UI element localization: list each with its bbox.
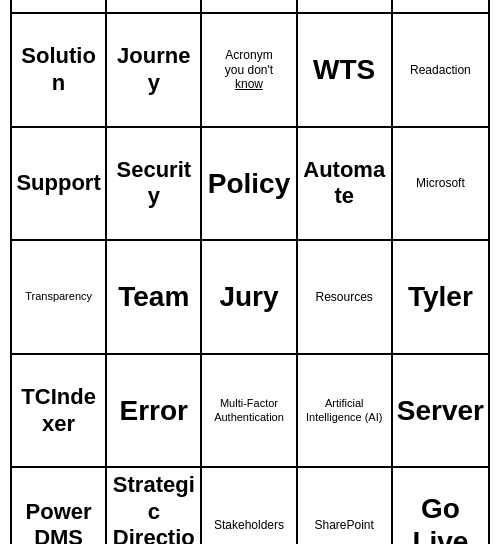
bingo-cell-4[interactable]: Readaction — [393, 14, 488, 128]
bingo-cell-1[interactable]: Journey — [107, 14, 202, 128]
bingo-cell-24[interactable]: Go Live — [393, 468, 488, 544]
bingo-cell-3[interactable]: WTS — [298, 14, 393, 128]
bingo-cell-20[interactable]: Power DMS — [12, 468, 107, 544]
bingo-cell-8[interactable]: Automate — [298, 128, 393, 242]
bingo-cell-5[interactable]: Support — [12, 128, 107, 242]
bingo-cell-17[interactable]: Multi-Factor Authentication — [202, 355, 297, 469]
header-letter-b: B — [12, 0, 107, 12]
bingo-cell-2[interactable]: Acronymyou don'tknow — [202, 14, 297, 128]
bingo-cell-13[interactable]: Resources — [298, 241, 393, 355]
bingo-cell-18[interactable]: Artificial Intelligence (AI) — [298, 355, 393, 469]
bingo-cell-19[interactable]: Server — [393, 355, 488, 469]
bingo-card: BINGO SolutionJourneyAcronymyou don'tkno… — [10, 0, 490, 544]
header-letter-o: O — [393, 0, 488, 12]
bingo-cell-23[interactable]: SharePoint — [298, 468, 393, 544]
bingo-cell-10[interactable]: Transparency — [12, 241, 107, 355]
bingo-grid: SolutionJourneyAcronymyou don'tknowWTSRe… — [12, 14, 488, 544]
bingo-cell-6[interactable]: Security — [107, 128, 202, 242]
bingo-cell-16[interactable]: Error — [107, 355, 202, 469]
bingo-cell-12[interactable]: Jury — [202, 241, 297, 355]
bingo-cell-14[interactable]: Tyler — [393, 241, 488, 355]
bingo-cell-7[interactable]: Policy — [202, 128, 297, 242]
header-letter-g: G — [298, 0, 393, 12]
bingo-cell-0[interactable]: Solution — [12, 14, 107, 128]
bingo-cell-11[interactable]: Team — [107, 241, 202, 355]
bingo-cell-21[interactable]: Strategic Direction — [107, 468, 202, 544]
bingo-header: BINGO — [12, 0, 488, 14]
header-letter-i: I — [107, 0, 202, 12]
header-letter-n: N — [202, 0, 297, 12]
bingo-cell-22[interactable]: Stakeholders — [202, 468, 297, 544]
bingo-cell-9[interactable]: Microsoft — [393, 128, 488, 242]
bingo-cell-15[interactable]: TCIndexer — [12, 355, 107, 469]
